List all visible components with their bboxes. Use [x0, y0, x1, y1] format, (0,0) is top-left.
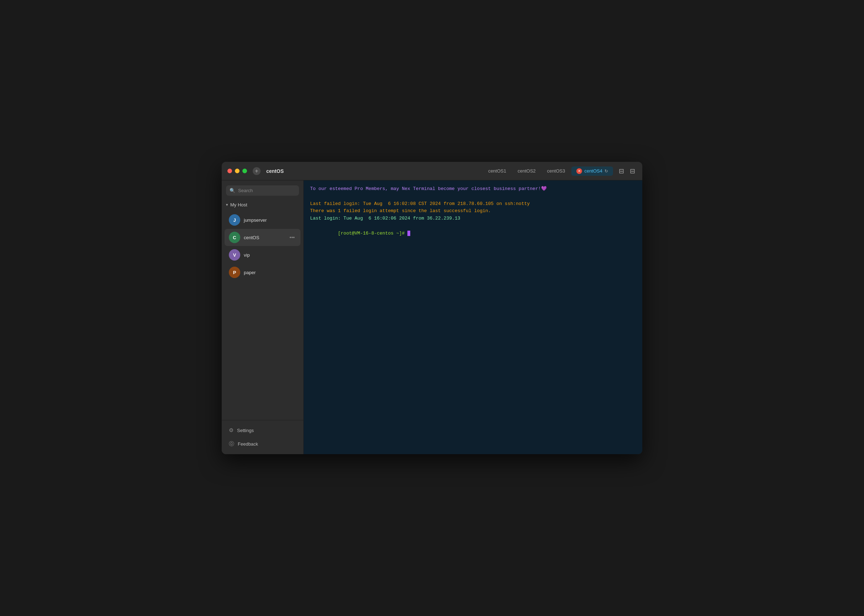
tab-centos2-label: centOS2 [518, 168, 536, 174]
tab-centos4-label: centOS4 [584, 168, 602, 174]
host-item-centos[interactable]: C centOS ••• [225, 229, 300, 246]
host-list: J jumpserver C centOS ••• V vip P paper [222, 210, 303, 420]
avatar-vip: V [229, 249, 240, 261]
app-window: + centOS centOS1 centOS2 centOS3 ✕ centO… [222, 162, 642, 454]
feedback-label: Feedback [238, 441, 258, 447]
avatar-centos: C [229, 232, 240, 243]
settings-label: Settings [237, 428, 254, 433]
chevron-down-icon: ▾ [226, 203, 228, 207]
avatar-jumpserver: J [229, 214, 240, 226]
my-host-section-header[interactable]: ▾ My Host [222, 198, 303, 210]
add-tab-button[interactable]: + [253, 167, 261, 175]
titlebar: + centOS centOS1 centOS2 centOS3 ✕ centO… [222, 162, 642, 181]
terminal-line-failed-login: Last failed login: Tue Aug 6 16:02:08 CS… [310, 200, 636, 208]
terminal-line-last-login: Last login: Tue Aug 6 16:02:06 2024 from… [310, 215, 636, 222]
tab-centos4[interactable]: ✕ centOS4 ↻ [571, 167, 613, 176]
terminal-line-blank [310, 193, 636, 200]
close-button[interactable] [228, 169, 232, 173]
search-box[interactable]: 🔍 Search [226, 185, 299, 196]
sidebar-bottom: ⚙ Settings ⓪ Feedback [222, 420, 303, 454]
feedback-icon: ⓪ [229, 441, 234, 447]
settings-icon: ⚙ [229, 427, 234, 434]
prompt-text: [root@VM-16-8-centos ~]# [338, 231, 407, 236]
sidebar: 🔍 Search ▾ My Host J jumpserver C centOS… [222, 181, 304, 454]
sidebar-top: 🔍 Search [222, 181, 303, 198]
tab-centos3[interactable]: centOS3 [542, 167, 570, 175]
host-name-paper: paper [244, 270, 296, 275]
my-host-label: My Host [230, 202, 247, 207]
settings-item[interactable]: ⚙ Settings [225, 424, 300, 437]
tab-bar: centOS1 centOS2 centOS3 ✕ centOS4 ↻ [483, 167, 613, 176]
window-title: centOS [266, 168, 284, 174]
main-content: 🔍 Search ▾ My Host J jumpserver C centOS… [222, 181, 642, 454]
split-view-button[interactable]: ⊟ [617, 166, 625, 176]
search-icon: 🔍 [229, 188, 235, 193]
terminal-cursor [407, 231, 410, 236]
feedback-item[interactable]: ⓪ Feedback [225, 437, 300, 451]
avatar-paper: P [229, 267, 240, 278]
terminal-line-failed-attempt: There was 1 failed login attempt since t… [310, 207, 636, 215]
tab-centos1-label: centOS1 [488, 168, 506, 174]
tab-close-icon[interactable]: ✕ [577, 168, 582, 174]
host-menu-button-centos[interactable]: ••• [288, 234, 296, 241]
traffic-lights [228, 169, 247, 173]
maximize-button[interactable] [242, 169, 247, 173]
folder-button[interactable]: ⊟ [628, 166, 636, 176]
tab-refresh-icon[interactable]: ↻ [605, 169, 608, 174]
host-name-jumpserver: jumpserver [244, 217, 296, 223]
minimize-button[interactable] [235, 169, 240, 173]
terminal-line-prompt: [root@VM-16-8-centos ~]# [310, 222, 636, 245]
terminal-output: To our esteemed Pro Members, may Nex Ter… [304, 181, 642, 454]
tab-centos1[interactable]: centOS1 [483, 167, 512, 175]
search-placeholder-text: Search [238, 188, 253, 193]
host-name-vip: vip [244, 252, 296, 258]
host-item-jumpserver[interactable]: J jumpserver [225, 211, 300, 228]
titlebar-actions: ⊟ ⊟ [617, 166, 636, 176]
host-name-centos: centOS [244, 235, 284, 240]
tab-centos2[interactable]: centOS2 [512, 167, 541, 175]
terminal-line-promo: To our esteemed Pro Members, may Nex Ter… [310, 185, 636, 193]
terminal-pane[interactable]: To our esteemed Pro Members, may Nex Ter… [304, 181, 642, 454]
tab-centos3-label: centOS3 [547, 168, 565, 174]
host-item-vip[interactable]: V vip [225, 246, 300, 264]
host-item-paper[interactable]: P paper [225, 264, 300, 281]
